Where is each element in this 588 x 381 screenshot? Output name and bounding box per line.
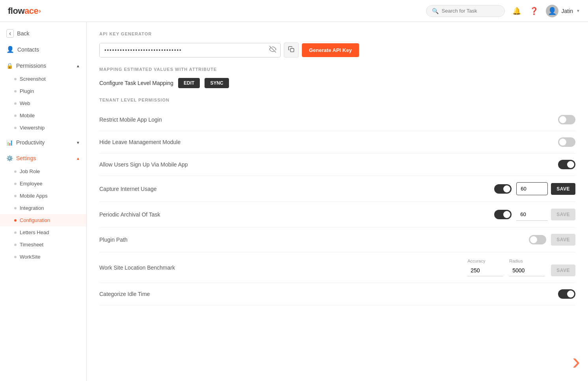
productivity-chevron-icon: ▼ xyxy=(76,141,80,145)
capture-internet-save-button[interactable]: SAVE xyxy=(551,183,575,195)
accuracy-field: Accuracy xyxy=(467,259,503,276)
sidebar-item-label: WorkSite xyxy=(20,254,41,260)
help-icon[interactable]: ❓ xyxy=(528,6,540,17)
permissions-header[interactable]: 🔒 Permissions ▲ xyxy=(0,59,86,73)
allow-signup-row: Allow Users Sign Up Via Mobile App xyxy=(99,154,575,176)
hide-leave-label: Hide Leave Management Module xyxy=(99,139,552,145)
search-input[interactable] xyxy=(442,8,499,14)
sidebar-item-letters-head[interactable]: Letters Head xyxy=(0,226,86,239)
mapping-row: Configure Task Level Mapping EDIT SYNC xyxy=(99,78,575,88)
logo-flow: flow xyxy=(8,6,24,16)
search-bar[interactable]: 🔍 xyxy=(426,5,505,17)
radius-field: Radius xyxy=(509,259,545,276)
dot-icon xyxy=(14,102,17,105)
capture-input-wrap: SAVE xyxy=(516,182,575,195)
radius-label: Radius xyxy=(509,259,545,263)
periodic-archival-label: Periodic Archival Of Task xyxy=(99,211,488,218)
plugin-path-toggle[interactable] xyxy=(529,235,546,244)
toggle-slider xyxy=(558,137,575,147)
toggle-slider xyxy=(529,235,546,244)
dot-icon xyxy=(14,231,17,234)
content-area: API KEY GENERATOR Generate API Key MAPPI… xyxy=(87,22,588,381)
api-key-input-wrap xyxy=(99,43,281,57)
toggle-slider xyxy=(558,115,575,124)
settings-header[interactable]: ⚙️ Settings ▲ xyxy=(0,151,86,165)
user-name: Jatin xyxy=(562,8,573,14)
back-icon: ‹ xyxy=(6,29,14,38)
sidebar-item-job-role[interactable]: Job Role xyxy=(0,165,86,178)
sidebar-item-plugin[interactable]: Plugin xyxy=(0,85,86,97)
accuracy-input[interactable] xyxy=(467,265,503,276)
settings-icon: ⚙️ xyxy=(6,155,13,161)
generate-api-key-button[interactable]: Generate API Key xyxy=(302,43,359,57)
sidebar-item-worksite[interactable]: WorkSite xyxy=(0,251,86,263)
productivity-header[interactable]: 📊 Productivity ▼ xyxy=(0,135,86,150)
radius-input[interactable] xyxy=(509,265,545,276)
sidebar-item-configuration[interactable]: Configuration xyxy=(0,214,86,226)
notifications-icon[interactable]: 🔔 xyxy=(511,6,522,17)
logo: flowace› xyxy=(8,6,41,16)
sidebar-item-label: Employee xyxy=(20,181,43,187)
sidebar: ‹ Back 👤 Contacts 🔒 Permissions ▲ Screen… xyxy=(0,22,87,381)
sidebar-item-integration[interactable]: Integration xyxy=(0,202,86,214)
worksite-controls: Accuracy Radius SAVE xyxy=(467,259,575,276)
sidebar-item-timesheet[interactable]: Timesheet xyxy=(0,239,86,251)
idle-time-row: Categorize Idle Time xyxy=(99,283,575,305)
periodic-archival-save-button: SAVE xyxy=(551,209,575,220)
sidebar-item-screenshot[interactable]: Screenshot xyxy=(0,73,86,85)
sidebar-item-label: Web xyxy=(20,100,30,106)
toggle-slider xyxy=(494,184,512,194)
restrict-mobile-toggle[interactable] xyxy=(558,115,575,124)
api-key-input[interactable] xyxy=(100,43,265,57)
productivity-icon: 📊 xyxy=(6,139,13,146)
plugin-path-row: Plugin Path SAVE xyxy=(99,227,575,252)
location-inputs: Accuracy Radius SAVE xyxy=(467,259,575,276)
sidebar-item-label: Plugin xyxy=(20,88,34,94)
sidebar-item-mobile[interactable]: Mobile xyxy=(0,109,86,122)
periodic-archival-row: Periodic Archival Of Task SAVE xyxy=(99,202,575,227)
back-button[interactable]: ‹ Back xyxy=(0,25,86,42)
hide-leave-toggle[interactable] xyxy=(558,137,575,147)
sync-button[interactable]: SYNC xyxy=(205,78,229,88)
permissions-chevron-icon: ▲ xyxy=(76,64,80,68)
allow-signup-toggle[interactable] xyxy=(558,160,575,169)
capture-internet-toggle[interactable] xyxy=(494,184,512,194)
idle-time-toggle[interactable] xyxy=(558,289,575,299)
dot-icon xyxy=(14,115,17,117)
sidebar-item-label: Mobile Apps xyxy=(20,193,48,199)
worksite-row: Work Site Location Benchmark Accuracy Ra… xyxy=(99,252,575,283)
accuracy-label: Accuracy xyxy=(467,259,503,263)
search-icon: 🔍 xyxy=(432,8,439,14)
sidebar-item-label: Mobile xyxy=(20,113,35,118)
dot-icon xyxy=(14,244,17,246)
capture-internet-input[interactable] xyxy=(516,182,548,195)
user-info[interactable]: 👤 Jatin ▼ xyxy=(546,5,580,17)
plugin-path-label: Plugin Path xyxy=(99,237,523,243)
copy-button[interactable] xyxy=(284,43,299,57)
sidebar-item-employee[interactable]: Employee xyxy=(0,178,86,190)
svg-rect-1 xyxy=(290,48,294,52)
api-key-section-title: API KEY GENERATOR xyxy=(99,31,575,36)
toggle-slider xyxy=(558,289,575,299)
periodic-archival-toggle[interactable] xyxy=(494,210,512,219)
sidebar-item-label: Screenshot xyxy=(20,76,46,82)
permissions-section: 🔒 Permissions ▲ Screenshot Plugin Web xyxy=(0,59,86,134)
api-key-row: Generate API Key xyxy=(99,43,575,57)
settings-section: ⚙️ Settings ▲ Job Role Employee Mobile A… xyxy=(0,151,86,263)
dot-icon xyxy=(14,90,17,92)
hide-leave-controls xyxy=(558,137,575,147)
dot-icon xyxy=(14,170,17,173)
toggle-visibility-button[interactable] xyxy=(265,46,280,54)
sidebar-item-viewership[interactable]: Viewership xyxy=(0,122,86,134)
periodic-archival-input[interactable] xyxy=(516,208,548,221)
sidebar-item-mobile-apps[interactable]: Mobile Apps xyxy=(0,190,86,202)
idle-time-controls xyxy=(558,289,575,299)
allow-signup-controls xyxy=(558,160,575,169)
contacts-item[interactable]: 👤 Contacts xyxy=(0,42,86,57)
header: flowace› 🔍 🔔 ❓ 👤 Jatin ▼ xyxy=(0,0,588,22)
sidebar-item-web[interactable]: Web xyxy=(0,97,86,109)
edit-button[interactable]: EDIT xyxy=(178,78,200,88)
settings-label: Settings xyxy=(16,155,36,161)
mapping-section-title: MAPPING ESTIMATED VALUES WITH ATTRIBUTE xyxy=(99,67,575,72)
mapping-label: Configure Task Level Mapping xyxy=(99,80,173,86)
